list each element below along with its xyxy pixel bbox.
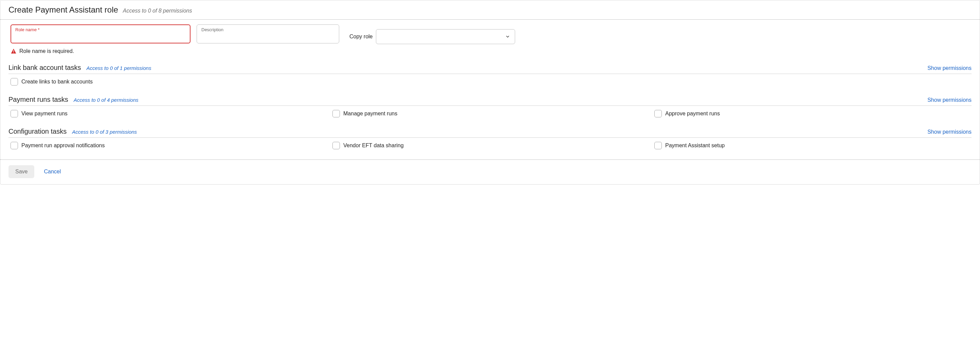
section-title: Configuration tasks: [8, 128, 67, 135]
show-permissions-link[interactable]: Show permissions: [928, 65, 972, 71]
permission-item-create-links[interactable]: Create links to bank accounts: [11, 78, 326, 86]
section-header: Link bank account tasks Access to 0 of 1…: [8, 64, 972, 74]
role-name-error-line: Role name is required.: [0, 47, 980, 58]
section-configuration: Configuration tasks Access to 0 of 3 per…: [0, 122, 980, 154]
copy-role-label: Copy role: [349, 33, 372, 40]
checkbox-manage-payment-runs[interactable]: [332, 110, 340, 117]
checkbox-approval-notifications[interactable]: [11, 142, 18, 149]
role-name-error-text: Role name is required.: [19, 48, 74, 54]
panel-footer: Save Cancel: [0, 160, 980, 184]
permission-label: Vendor EFT data sharing: [343, 142, 404, 149]
form-row: Role name * Description Copy role: [0, 20, 980, 47]
permission-row: View payment runs Manage payment runs Ap…: [8, 106, 972, 119]
permission-label: Approve payment runs: [665, 111, 720, 117]
section-payment-runs: Payment runs tasks Access to 0 of 4 perm…: [0, 90, 980, 122]
show-permissions-link[interactable]: Show permissions: [928, 97, 972, 103]
permission-label: Payment Assistant setup: [665, 142, 725, 149]
permission-item-approve-payment-runs[interactable]: Approve payment runs: [654, 110, 969, 117]
svg-rect-1: [13, 52, 14, 53]
description-field-wrap: Description: [197, 24, 339, 43]
section-subtitle: Access to 0 of 3 permissions: [72, 129, 137, 135]
spacer: [0, 154, 980, 160]
svg-rect-0: [13, 50, 14, 52]
permission-item-view-payment-runs[interactable]: View payment runs: [11, 110, 326, 117]
role-name-input[interactable]: [11, 24, 191, 43]
section-subtitle: Access to 0 of 1 permissions: [86, 65, 151, 71]
panel-header: Create Payment Assistant role Access to …: [0, 0, 980, 19]
checkbox-view-payment-runs[interactable]: [11, 110, 18, 117]
permission-item-vendor-eft[interactable]: Vendor EFT data sharing: [332, 142, 648, 149]
permission-label: Manage payment runs: [343, 111, 397, 117]
description-input[interactable]: [197, 24, 339, 43]
permission-item-approval-notifications[interactable]: Payment run approval notifications: [11, 142, 326, 149]
section-title: Link bank account tasks: [8, 64, 81, 71]
permission-row: Create links to bank accounts: [8, 74, 972, 87]
save-button[interactable]: Save: [8, 165, 34, 178]
section-link-bank: Link bank account tasks Access to 0 of 1…: [0, 58, 980, 90]
permission-label: Payment run approval notifications: [21, 142, 105, 149]
checkbox-payment-assistant-setup[interactable]: [654, 142, 662, 149]
role-name-field-wrap: Role name *: [11, 24, 191, 43]
section-header: Payment runs tasks Access to 0 of 4 perm…: [8, 96, 972, 106]
cancel-button[interactable]: Cancel: [44, 169, 61, 175]
warning-icon: [11, 48, 17, 54]
copy-role-wrap: Copy role: [349, 29, 515, 44]
permission-label: Create links to bank accounts: [21, 79, 93, 85]
section-header: Configuration tasks Access to 0 of 3 per…: [8, 128, 972, 138]
create-role-panel: Create Payment Assistant role Access to …: [0, 0, 980, 185]
show-permissions-link[interactable]: Show permissions: [928, 129, 972, 135]
permission-row: Payment run approval notifications Vendo…: [8, 138, 972, 151]
permission-item-payment-assistant-setup[interactable]: Payment Assistant setup: [654, 142, 969, 149]
permission-item-manage-payment-runs[interactable]: Manage payment runs: [332, 110, 648, 117]
section-title: Payment runs tasks: [8, 96, 68, 103]
copy-role-select[interactable]: [376, 29, 515, 44]
checkbox-approve-payment-runs[interactable]: [654, 110, 662, 117]
section-subtitle: Access to 0 of 4 permissions: [74, 97, 138, 103]
panel-title: Create Payment Assistant role: [8, 5, 118, 14]
permission-label: View payment runs: [21, 111, 68, 117]
panel-subtitle: Access to 0 of 8 permissions: [123, 8, 192, 14]
checkbox-create-links[interactable]: [11, 78, 18, 86]
chevron-down-icon: [505, 34, 510, 39]
checkbox-vendor-eft[interactable]: [332, 142, 340, 149]
